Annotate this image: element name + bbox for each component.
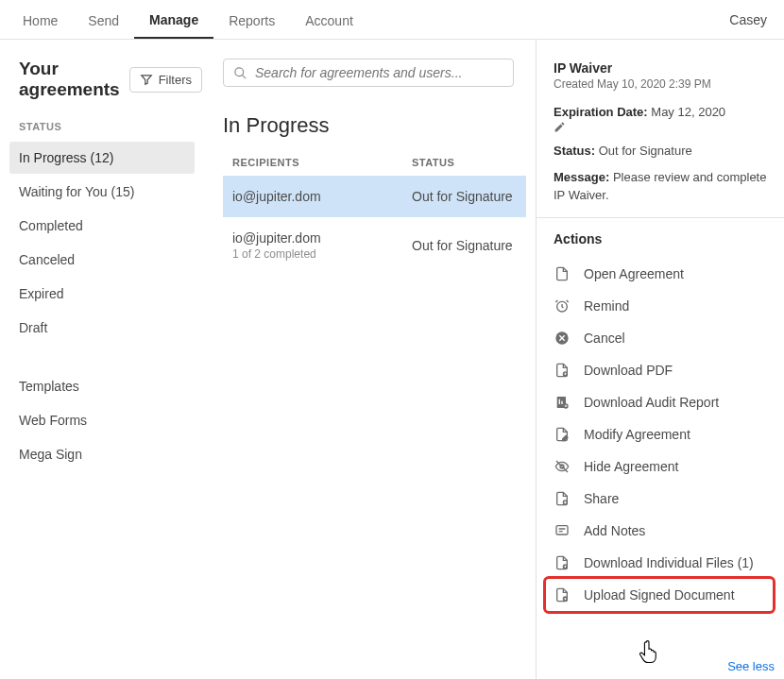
row-recipient: io@jupiter.dom [232,230,412,246]
action-download-pdf[interactable]: Download PDF [554,354,769,386]
cancel-icon [554,331,571,346]
action-label: Open Agreement [584,266,684,281]
nav-account[interactable]: Account [290,2,368,38]
table-row[interactable]: io@jupiter.dom Out for Signature [223,176,526,217]
action-hide-agreement[interactable]: Hide Agreement [554,450,769,483]
action-upload-signed[interactable]: Upload Signed Document [546,579,773,611]
svg-point-0 [235,67,244,76]
see-less-link[interactable]: See less [727,659,775,673]
action-add-notes[interactable]: Add Notes [554,515,769,547]
action-label: Remind [584,298,629,314]
filters-label: Filters [159,73,192,87]
filter-icon [140,73,153,86]
edit-icon[interactable] [554,121,769,133]
nav-send[interactable]: Send [73,2,134,38]
download-icon [554,363,571,378]
status-label: STATUS [19,121,195,132]
details-title: IP Waiver [554,60,769,76]
sidebar-title: Your agreements [19,59,120,100]
svg-rect-7 [561,400,562,403]
sidebar-item-waiting[interactable]: Waiting for You (15) [9,176,195,208]
top-nav: Home Send Manage Reports Account Casey [0,0,784,40]
nav-manage[interactable]: Manage [134,1,213,39]
nav-reports[interactable]: Reports [213,2,290,38]
search-icon [233,66,247,80]
svg-line-1 [242,75,246,78]
search-box[interactable] [223,59,514,87]
nav-user[interactable]: Casey [729,12,776,27]
filters-button[interactable]: Filters [129,67,202,93]
sidebar-item-in-progress[interactable]: In Progress (12) [9,142,195,174]
expiration-label: Expiration Date: [554,105,648,119]
col-recipients: RECIPIENTS [232,157,412,168]
eye-off-icon [554,459,571,474]
expiration-value: May 12, 2020 [651,105,725,119]
row-status: Out for Signature [412,189,513,204]
col-status: STATUS [412,157,454,168]
svg-rect-12 [556,525,568,534]
clock-icon [554,298,571,314]
main-heading: In Progress [223,113,526,138]
column-headers: RECIPIENTS STATUS [223,157,526,176]
search-input[interactable] [255,65,503,80]
action-remind[interactable]: Remind [554,290,769,322]
table-row[interactable]: io@jupiter.dom 1 of 2 completed Out for … [223,217,526,274]
details-created: Created May 10, 2020 2:39 PM [554,77,769,91]
note-icon [554,523,571,538]
edit-document-icon [554,427,571,442]
message-label: Message: [554,170,609,184]
row-recipient: io@jupiter.dom [232,189,412,204]
sidebar-item-templates[interactable]: Templates [9,370,195,402]
action-label: Download Audit Report [584,395,719,410]
divider [537,217,784,218]
download-files-icon [554,555,571,570]
row-status: Out for Signature [412,238,513,253]
action-open-agreement[interactable]: Open Agreement [554,258,769,290]
sidebar-item-draft[interactable]: Draft [9,312,195,344]
action-label: Download PDF [584,363,673,378]
sidebar-item-completed[interactable]: Completed [9,210,195,242]
sidebar: Your agreements Filters STATUS In Progre… [0,40,206,679]
details-panel: IP Waiver Created May 10, 2020 2:39 PM E… [537,40,784,679]
actions-heading: Actions [554,231,769,246]
action-cancel[interactable]: Cancel [554,322,769,354]
action-share[interactable]: Share [554,483,769,515]
row-subtext: 1 of 2 completed [232,247,412,261]
action-label: Hide Agreement [584,459,678,474]
sidebar-item-canceled[interactable]: Canceled [9,244,195,276]
share-icon [554,491,571,506]
action-label: Add Notes [584,523,645,538]
svg-rect-6 [559,399,560,403]
sidebar-item-expired[interactable]: Expired [9,278,195,310]
action-label: Download Individual Files (1) [584,555,754,570]
action-label: Cancel [584,331,625,346]
status-value: Out for Signature [599,144,692,158]
status-label: Status: [554,144,595,158]
action-modify-agreement[interactable]: Modify Agreement [554,418,769,450]
nav-home[interactable]: Home [8,2,73,38]
upload-icon [554,587,571,603]
action-label: Share [584,491,619,506]
report-icon [554,395,571,410]
main-panel: In Progress RECIPIENTS STATUS io@jupiter… [206,40,537,679]
sidebar-item-mega-sign[interactable]: Mega Sign [9,438,195,470]
action-label: Modify Agreement [584,427,690,442]
action-download-individual[interactable]: Download Individual Files (1) [554,547,769,579]
sidebar-item-web-forms[interactable]: Web Forms [9,404,195,436]
action-download-audit[interactable]: Download Audit Report [554,386,769,418]
document-icon [554,266,571,281]
action-label: Upload Signed Document [584,587,735,603]
